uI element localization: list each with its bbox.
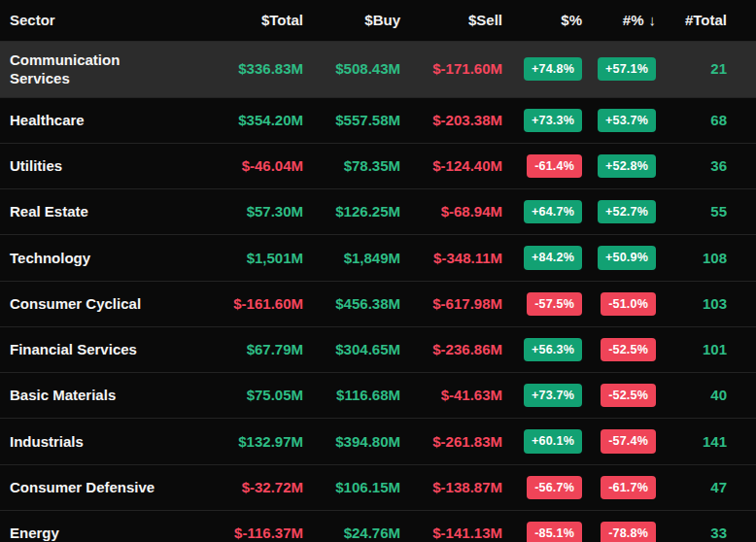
count-pct-badge: -78.8% <box>601 522 656 542</box>
pct-cell: -61.4% <box>502 143 582 188</box>
header-count-pct-label: #% <box>623 12 644 28</box>
count-pct-cell: -78.8% <box>582 510 656 542</box>
header-total[interactable]: $Total <box>196 0 303 41</box>
header-buy[interactable]: $Buy <box>303 0 400 41</box>
sector-name: Basic Materials <box>0 373 196 419</box>
total-value: $-161.60M <box>196 281 303 326</box>
table-row[interactable]: Utilities $-46.04M $78.35M $-124.40M -61… <box>0 143 756 188</box>
sell-value: $-348.11M <box>400 235 502 281</box>
sector-name: Industrials <box>0 419 196 464</box>
count-pct-cell: +57.1% <box>582 41 656 97</box>
sector-name: Communication Services <box>0 41 196 97</box>
sell-value: $-124.40M <box>400 143 502 188</box>
table-row[interactable]: Industrials $132.97M $394.80M $-261.83M … <box>0 419 756 464</box>
sell-value: $-261.83M <box>400 419 502 464</box>
total-value: $57.30M <box>196 189 303 235</box>
sector-name: Healthcare <box>0 97 196 143</box>
sort-desc-icon: ↓ <box>649 12 657 28</box>
count-total: 103 <box>656 281 756 326</box>
table-body: Communication Services $336.83M $508.43M… <box>0 41 756 542</box>
pct-cell: -56.7% <box>502 464 582 510</box>
pct-cell: +73.3% <box>502 97 582 143</box>
count-pct-badge: -57.4% <box>601 429 656 453</box>
count-pct-cell: +53.7% <box>582 97 656 143</box>
table-row[interactable]: Healthcare $354.20M $557.58M $-203.38M +… <box>0 97 756 143</box>
buy-value: $394.80M <box>303 419 400 464</box>
pct-badge: -61.4% <box>527 154 582 178</box>
pct-cell: +56.3% <box>502 326 582 372</box>
count-pct-badge: +53.7% <box>598 109 656 132</box>
pct-badge: -57.5% <box>527 292 582 316</box>
pct-badge: +60.1% <box>524 429 582 453</box>
buy-value: $126.25M <box>303 189 400 235</box>
pct-badge: +56.3% <box>524 338 582 361</box>
count-pct-badge: -61.7% <box>601 476 656 499</box>
count-total: 36 <box>656 143 756 188</box>
pct-badge: +84.2% <box>524 246 582 269</box>
sector-name: Utilities <box>0 143 196 188</box>
header-count-pct[interactable]: #%↓ <box>582 0 656 41</box>
pct-cell: +60.1% <box>502 419 582 464</box>
pct-badge: +73.7% <box>524 384 582 407</box>
pct-badge: -85.1% <box>527 522 582 542</box>
count-pct-cell: +52.8% <box>582 143 656 188</box>
table-row[interactable]: Energy $-116.37M $24.76M $-141.13M -85.1… <box>0 510 756 542</box>
total-value: $-46.04M <box>196 143 303 188</box>
table-row[interactable]: Consumer Defensive $-32.72M $106.15M $-1… <box>0 464 756 510</box>
count-pct-cell: -52.5% <box>582 326 656 372</box>
sell-value: $-138.87M <box>400 464 502 510</box>
count-pct-badge: +52.8% <box>598 154 656 178</box>
count-total: 68 <box>656 97 756 143</box>
table-row[interactable]: Communication Services $336.83M $508.43M… <box>0 41 756 97</box>
table-row[interactable]: Consumer Cyclical $-161.60M $456.38M $-6… <box>0 281 756 326</box>
pct-cell: +73.7% <box>502 373 582 419</box>
count-total: 55 <box>656 189 756 235</box>
pct-cell: +74.8% <box>502 41 582 97</box>
count-total: 108 <box>656 235 756 281</box>
sector-name: Consumer Cyclical <box>0 281 196 326</box>
buy-value: $78.35M <box>303 143 400 188</box>
buy-value: $116.68M <box>303 373 400 419</box>
count-pct-cell: -51.0% <box>582 281 656 326</box>
count-total: 21 <box>656 41 756 97</box>
total-value: $-116.37M <box>196 510 303 542</box>
table-row[interactable]: Financial Services $67.79M $304.65M $-23… <box>0 326 756 372</box>
buy-value: $557.58M <box>303 97 400 143</box>
sector-name: Financial Services <box>0 326 196 372</box>
buy-value: $24.76M <box>303 510 400 542</box>
buy-value: $456.38M <box>303 281 400 326</box>
total-value: $67.79M <box>196 326 303 372</box>
count-pct-cell: +50.9% <box>582 235 656 281</box>
buy-value: $304.65M <box>303 326 400 372</box>
pct-badge: +73.3% <box>524 109 582 132</box>
pct-cell: +84.2% <box>502 235 582 281</box>
header-sector[interactable]: Sector <box>0 0 196 41</box>
table-row[interactable]: Basic Materials $75.05M $116.68M $-41.63… <box>0 373 756 419</box>
count-pct-badge: +50.9% <box>598 246 656 269</box>
count-pct-cell: -57.4% <box>582 419 656 464</box>
count-pct-badge: -51.0% <box>601 292 656 316</box>
header-pct[interactable]: $% <box>502 0 582 41</box>
pct-cell: +64.7% <box>502 189 582 235</box>
total-value: $1,501M <box>196 235 303 281</box>
count-pct-cell: -52.5% <box>582 373 656 419</box>
buy-value: $508.43M <box>303 41 400 97</box>
table-row[interactable]: Technology $1,501M $1,849M $-348.11M +84… <box>0 235 756 281</box>
count-pct-badge: -52.5% <box>601 338 656 361</box>
pct-badge: +64.7% <box>524 200 582 223</box>
count-pct-badge: +57.1% <box>598 57 656 81</box>
sector-name: Consumer Defensive <box>0 464 196 510</box>
sector-name: Technology <box>0 235 196 281</box>
buy-value: $106.15M <box>303 464 400 510</box>
sector-table: Sector $Total $Buy $Sell $% #%↓ #Total C… <box>0 0 756 542</box>
count-total: 40 <box>656 373 756 419</box>
header-count-total[interactable]: #Total <box>656 0 756 41</box>
count-pct-cell: -61.7% <box>582 464 656 510</box>
table-row[interactable]: Real Estate $57.30M $126.25M $-68.94M +6… <box>0 189 756 235</box>
pct-cell: -85.1% <box>502 510 582 542</box>
count-pct-badge: +52.7% <box>598 200 656 223</box>
pct-cell: -57.5% <box>502 281 582 326</box>
header-sell[interactable]: $Sell <box>400 0 502 41</box>
sector-name: Real Estate <box>0 189 196 235</box>
count-total: 47 <box>656 464 756 510</box>
